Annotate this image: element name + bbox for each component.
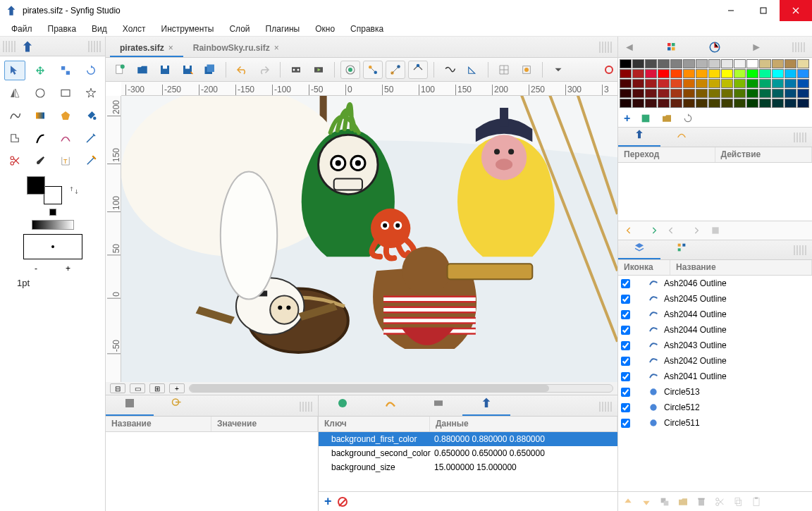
save-as-button[interactable] <box>178 61 197 79</box>
ruler-horizontal[interactable]: -300-250-200-150-100-5005010015020025030… <box>121 82 617 96</box>
save-button[interactable] <box>155 61 175 79</box>
col-layer-name[interactable]: Название <box>670 260 812 275</box>
layer-row[interactable]: Ash2046 Outline <box>618 276 812 291</box>
menu-help[interactable]: Справка <box>343 23 390 35</box>
color-swatch[interactable] <box>645 79 657 88</box>
zoom-fit-button[interactable]: ▭ <box>130 383 145 393</box>
color-swatch[interactable] <box>759 99 771 108</box>
brush-size-decrease[interactable]: - <box>35 264 37 273</box>
redo-button[interactable] <box>254 61 274 79</box>
tool-sketch[interactable] <box>80 151 102 171</box>
color-swatch[interactable] <box>721 69 733 78</box>
col-data[interactable]: Данные <box>430 417 617 431</box>
color-swatch[interactable] <box>645 89 657 98</box>
color-swatch[interactable] <box>645 69 657 78</box>
layer-row[interactable]: Ash2042 Outline <box>618 353 812 369</box>
color-swatch[interactable] <box>746 79 758 88</box>
history-back-icon[interactable] <box>668 225 679 236</box>
layer-visible-checkbox[interactable] <box>621 295 630 304</box>
tool-polygon[interactable] <box>55 106 76 125</box>
color-swatch[interactable] <box>734 89 746 98</box>
color-swatch[interactable] <box>759 59 771 68</box>
snap-tangent-button[interactable] <box>386 61 405 79</box>
tool-circle[interactable] <box>30 83 51 103</box>
meta-row[interactable]: background_first_color0.880000 0.880000 … <box>319 432 617 446</box>
color-swatch[interactable] <box>670 89 682 98</box>
color-swatch[interactable] <box>658 99 670 108</box>
color-swatch[interactable] <box>785 89 796 98</box>
color-swatch[interactable] <box>620 99 632 108</box>
undo-icon[interactable] <box>625 225 636 236</box>
col-action[interactable]: Действие <box>715 147 813 162</box>
color-swatch[interactable] <box>620 69 632 78</box>
color-swatch[interactable] <box>658 89 670 98</box>
meta-tab-3[interactable] <box>414 397 462 416</box>
meta-tab-1[interactable] <box>319 397 367 416</box>
layer-row[interactable]: Ash2043 Outline <box>618 338 812 353</box>
color-swatch[interactable] <box>696 79 708 88</box>
keyframes-tab-1[interactable] <box>618 129 660 147</box>
color-swatch[interactable] <box>797 59 809 68</box>
color-swatch[interactable] <box>759 79 771 88</box>
tool-draw[interactable] <box>30 128 51 148</box>
color-swatch[interactable] <box>658 59 670 68</box>
layer-row[interactable]: Circle511 <box>618 415 812 431</box>
color-swatch[interactable] <box>658 69 670 78</box>
menu-edit[interactable]: Правка <box>41 23 84 35</box>
col-key[interactable]: Ключ <box>319 417 430 431</box>
grid-toggle-button[interactable] <box>494 61 514 79</box>
menu-window[interactable]: Окно <box>308 23 342 35</box>
color-swatch[interactable] <box>696 59 708 68</box>
snap-node-button[interactable] <box>363 61 383 79</box>
color-swatch[interactable] <box>785 69 796 78</box>
layer-visible-checkbox[interactable] <box>621 357 630 366</box>
show-grid-button[interactable] <box>440 61 460 79</box>
color-swatch[interactable] <box>632 99 644 108</box>
maximize-button[interactable] <box>747 0 780 21</box>
palette-save-icon[interactable] <box>640 113 651 124</box>
menu-plugins[interactable]: Плагины <box>259 23 307 35</box>
color-swatch[interactable] <box>632 79 644 88</box>
color-swatch[interactable] <box>620 59 632 68</box>
layer-visible-checkbox[interactable] <box>621 372 630 381</box>
color-swatch[interactable] <box>785 59 796 68</box>
menu-view[interactable]: Вид <box>85 23 114 35</box>
preview-button[interactable] <box>309 61 328 79</box>
brush-preview[interactable] <box>23 234 82 259</box>
default-colors-icon[interactable] <box>49 209 56 216</box>
meta-tab-2[interactable] <box>367 397 414 416</box>
color-swatch[interactable] <box>746 69 758 78</box>
color-swatch[interactable] <box>797 99 809 108</box>
guides-toggle-button[interactable] <box>517 61 536 79</box>
render-button[interactable] <box>286 61 306 79</box>
color-swatch[interactable] <box>772 99 784 108</box>
color-swatch[interactable] <box>620 89 632 98</box>
layer-row[interactable]: Ash2044 Outline <box>618 307 812 322</box>
layer-duplicate-icon[interactable] <box>659 496 670 507</box>
layer-visible-checkbox[interactable] <box>621 341 630 350</box>
tool-text[interactable]: T <box>55 151 76 171</box>
layer-row[interactable]: Circle512 <box>618 400 812 415</box>
tool-spline[interactable] <box>4 106 25 125</box>
color-swatch[interactable] <box>670 79 682 88</box>
color-swatch[interactable] <box>797 69 809 78</box>
meta-tab-4[interactable] <box>462 397 510 416</box>
layer-visible-checkbox[interactable] <box>621 279 630 288</box>
close-button[interactable] <box>780 0 812 21</box>
color-swatch[interactable] <box>734 99 746 108</box>
color-swatch[interactable] <box>721 79 733 88</box>
palette-icon-1[interactable] <box>665 41 678 54</box>
color-swatch[interactable] <box>708 59 720 68</box>
layers-tab-1[interactable] <box>618 242 660 259</box>
palette-icon-2[interactable] <box>708 41 721 54</box>
color-swatch[interactable] <box>683 99 695 108</box>
history-fwd-icon[interactable] <box>689 225 700 236</box>
layer-row[interactable]: Ash2044 Outline <box>618 322 812 338</box>
tool-eyedropper[interactable] <box>80 128 102 148</box>
color-swatch[interactable] <box>772 59 784 68</box>
color-swatch[interactable] <box>670 69 682 78</box>
color-swatch[interactable] <box>632 89 644 98</box>
layer-paste-icon[interactable] <box>751 496 762 507</box>
undo-button[interactable] <box>232 61 252 79</box>
tool-scale[interactable] <box>55 61 76 80</box>
